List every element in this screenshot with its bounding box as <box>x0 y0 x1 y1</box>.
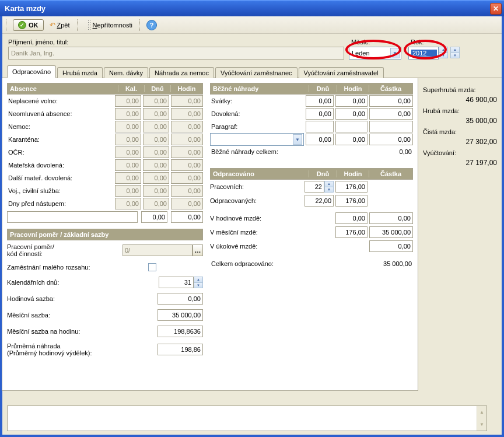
ukol-castka[interactable]: 0,00 <box>369 240 413 252</box>
ok-button[interactable]: ✓ OK <box>13 19 44 31</box>
chevron-down-icon[interactable]: ▼ <box>477 418 487 431</box>
pomer-row: Kalendářních dnů:31 ▲▼ <box>7 274 203 291</box>
paragraf-dnu[interactable] <box>306 121 334 132</box>
absence-hodin[interactable]: 0,00 <box>171 134 203 145</box>
tab-hruba-mzda[interactable]: Hrubá mzda <box>57 67 103 78</box>
dovolena-dnu[interactable]: 0,00 <box>306 108 334 120</box>
absence-extra-input[interactable] <box>7 211 138 223</box>
absence-dnu[interactable]: 0,00 <box>143 121 169 132</box>
paragraf2-hodin[interactable]: 0,00 <box>335 134 368 145</box>
chevron-down-icon[interactable]: ▼ <box>194 283 202 288</box>
absence-dnu[interactable]: 0,00 <box>143 146 169 158</box>
absence-hodin[interactable]: 0,00 <box>171 146 203 158</box>
absence-hodin[interactable]: 0,00 <box>171 185 203 197</box>
hod-hodin[interactable]: 0,00 <box>335 212 368 224</box>
absence-kal[interactable]: 0,00 <box>115 198 141 209</box>
notes-textarea[interactable]: ▲ ▼ <box>7 405 487 431</box>
pomer-header: Pracovní poměr / základní sazby <box>7 229 203 240</box>
svatky-castka[interactable]: 0,00 <box>369 95 413 107</box>
tab-nahrada-za-nemoc[interactable]: Náhrada za nemoc <box>149 67 214 78</box>
pomer-value[interactable]: 198,8636 <box>158 326 203 337</box>
dovolena-hodin[interactable]: 0,00 <box>335 108 368 120</box>
pomer-row-label: Průměrná náhrada (Průměrný hodinový výdě… <box>7 342 158 356</box>
absence-kal[interactable]: 0,00 <box>115 146 141 158</box>
odpr-hodin[interactable]: 176,00 <box>335 195 368 207</box>
paragraf2-castka[interactable]: 0,00 <box>369 134 413 145</box>
ok-button-label: OK <box>29 22 38 29</box>
chevron-up-icon[interactable]: ▲ <box>194 277 202 283</box>
zam-rozsah-checkbox[interactable] <box>148 263 156 271</box>
title-bar: Karta mzdy ✕ <box>0 0 504 16</box>
col-dnu: Dnů <box>144 85 170 92</box>
pomer-value[interactable]: 31 <box>159 277 194 288</box>
absence-hodin[interactable]: 0,00 <box>171 108 203 120</box>
dovolena-castka[interactable]: 0,00 <box>369 108 413 120</box>
pomer-value[interactable]: 0,00 <box>158 293 203 305</box>
absence-header: Absence Kal. Dnů Hodin <box>7 83 203 95</box>
absence-kal[interactable]: 0,00 <box>115 108 141 120</box>
absence-dnu[interactable]: 0,00 <box>143 95 169 107</box>
chevron-down-icon[interactable]: ▼ <box>451 53 459 58</box>
pomer-input[interactable]: 0/ <box>123 244 192 256</box>
name-label: Příjmení, jméno, titul: <box>8 39 344 47</box>
chevron-down-icon[interactable]: ▼ <box>293 134 302 145</box>
prac-dnu[interactable]: 22 <box>304 181 324 193</box>
pomer-value[interactable]: 198,86 <box>158 344 203 355</box>
absence-kal[interactable]: 0,00 <box>115 172 141 184</box>
absence-extra-dnu[interactable]: 0,00 <box>141 211 167 223</box>
name-input[interactable]: Daník Jan, Ing. <box>8 47 344 60</box>
tab-nem-davky[interactable]: Nem. dávky <box>104 67 148 78</box>
absence-hodin[interactable]: 0,00 <box>171 198 203 209</box>
absence-kal[interactable]: 0,00 <box>115 134 141 145</box>
scrollbar[interactable]: ▲ ▼ <box>477 406 487 431</box>
mes-hodin[interactable]: 176,00 <box>335 226 368 238</box>
back-label: Zpět <box>57 22 70 29</box>
absence-extra-hodin[interactable]: 0,00 <box>171 211 203 223</box>
absence-kal[interactable]: 0,00 <box>115 121 141 132</box>
paragraf2-dnu[interactable]: 0,00 <box>306 134 334 145</box>
tab-vyuctovani-zamestnavatel[interactable]: Vyúčtování zaměstnavatel <box>299 67 384 78</box>
paragraf-combo[interactable]: ▼ <box>210 133 304 146</box>
mes-castka[interactable]: 35 000,00 <box>369 226 413 238</box>
back-button[interactable]: ↶ Zpět <box>46 20 74 30</box>
bezne-header: Běžné náhrady Dnů Hodin Částka <box>210 83 413 95</box>
close-icon[interactable]: ✕ <box>490 3 502 15</box>
absence-hodin[interactable]: 0,00 <box>171 159 203 171</box>
hod-castka[interactable]: 0,00 <box>369 212 413 224</box>
ellipsis-button[interactable]: … <box>192 244 203 256</box>
absence-hodin[interactable]: 0,00 <box>171 121 203 132</box>
chevron-up-icon[interactable]: ▲ <box>477 406 487 418</box>
absence-kal[interactable]: 0,00 <box>115 95 141 107</box>
window-body: ✓ OK ↶ Zpět Nepřítomnosti ? Příjmení, jm… <box>0 16 504 437</box>
tab-vyuctovani-zamestnanec[interactable]: Vyúčtování zaměstnanec <box>215 67 298 78</box>
odpr-dnu[interactable]: 22,00 <box>304 195 334 207</box>
absence-hodin[interactable]: 0,00 <box>171 172 203 184</box>
absence-dnu[interactable]: 0,00 <box>143 172 169 184</box>
absence-kal[interactable]: 0,00 <box>115 185 141 197</box>
nav-spinner[interactable]: ▲ ▼ <box>450 47 460 58</box>
chevron-up-icon[interactable]: ▲ <box>451 47 459 53</box>
absence-dnu[interactable]: 0,00 <box>143 159 169 171</box>
paragraf-hodin[interactable] <box>335 121 368 132</box>
chevron-up-icon[interactable]: ▲ <box>325 181 333 187</box>
svatky-hodin[interactable]: 0,00 <box>335 95 368 107</box>
prac-hodin[interactable]: 176,00 <box>335 181 368 193</box>
paragraf-castka[interactable] <box>369 121 413 132</box>
pomer-spinner[interactable]: ▲▼ <box>194 277 203 288</box>
bezne-row-paragraf: ▼ 0,00 0,00 0,00 <box>210 133 413 146</box>
help-icon[interactable]: ? <box>146 20 157 30</box>
tab-odpracovano[interactable]: Odpracováno <box>7 65 56 78</box>
absence-button[interactable]: Nepřítomnosti <box>84 19 136 32</box>
prac-dnu-spinner[interactable]: ▲▼ <box>324 181 334 193</box>
svatky-dnu[interactable]: 0,00 <box>306 95 334 107</box>
absence-dnu[interactable]: 0,00 <box>143 198 169 209</box>
absence-hodin[interactable]: 0,00 <box>171 95 203 107</box>
absence-dnu[interactable]: 0,00 <box>143 185 169 197</box>
chevron-down-icon[interactable]: ▼ <box>325 187 333 193</box>
pomer-value[interactable]: 35 000,00 <box>158 309 203 321</box>
absence-kal[interactable]: 0,00 <box>115 159 141 171</box>
cista-value: 27 302,00 <box>423 138 497 146</box>
absence-dnu[interactable]: 0,00 <box>143 108 169 120</box>
absence-dnu[interactable]: 0,00 <box>143 134 169 145</box>
absence-row-label: Nemoc: <box>7 123 113 130</box>
